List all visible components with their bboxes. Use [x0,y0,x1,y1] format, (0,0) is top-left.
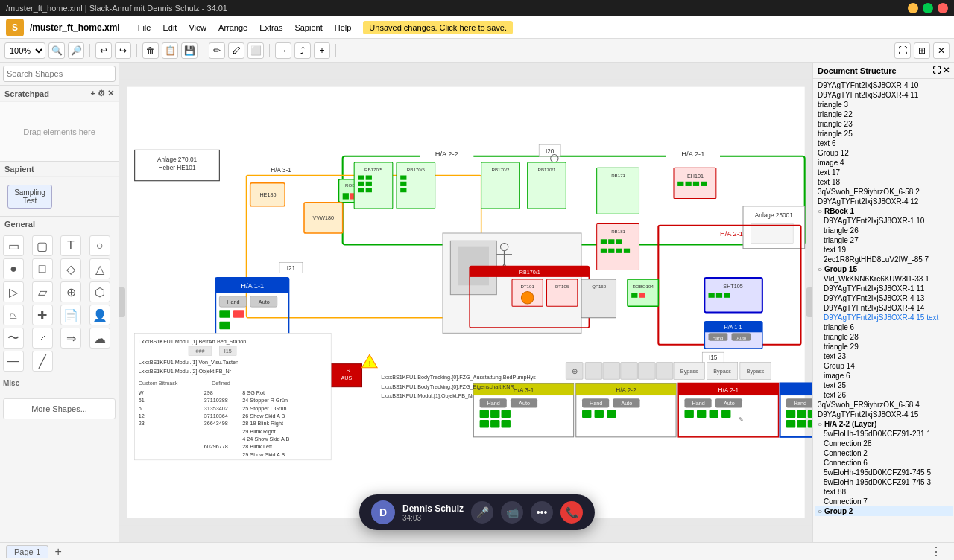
ds-item[interactable]: Group 12 [815,148,953,158]
copy-btn[interactable]: 📋 [162,42,178,59]
shape-parallelogram[interactable]: ▱ [32,281,53,302]
panel-close-icon[interactable]: ✕ [943,66,950,75]
fullscreen-btn[interactable]: ⛶ [894,42,911,59]
shape-ellipse[interactable]: ○ [89,235,110,256]
ds-item[interactable]: text 23 [815,351,953,361]
ds-group-2[interactable]: ○Group 2 [815,506,953,516]
menu-extras[interactable]: Extras [253,20,288,35]
shape-line-h[interactable]: — [3,351,24,372]
ds-item[interactable]: D9YAgTYFnt2IxjSJ8OXR-4 11 [815,90,953,100]
zoom-select[interactable]: 100% 75% 150% [4,42,45,59]
ds-item[interactable]: triangle 6 [815,322,953,332]
shape-curved-line[interactable]: 〜 [3,328,24,349]
panel-expand-icon[interactable]: ⛶ [932,66,941,75]
ds-group-15[interactable]: ○Group 15 [815,264,953,274]
ds-item[interactable]: 5wEloHh-195dD0KCFZ91-745 3 [815,477,953,487]
menu-file[interactable]: File [132,20,157,35]
ds-item[interactable]: D9YAgTYFnt2IxjSJ8OXR-4 15 text [815,313,953,322]
arrow-btn[interactable]: → [275,42,291,59]
menu-view[interactable]: View [183,20,212,35]
shape-circle[interactable]: ● [3,258,24,279]
video-btn[interactable]: 📹 [501,501,523,524]
shape-diamond[interactable]: ◇ [60,258,81,279]
maximize-btn[interactable] [923,3,933,13]
shape-hexagon[interactable]: ⬡ [89,281,110,302]
ds-item[interactable]: image 4 [815,158,953,168]
ds-item[interactable]: D9YAgTYFnt2IxjSJ8OXR-1 11 [815,284,953,293]
shape-page[interactable]: 📄 [60,305,81,325]
minimize-btn[interactable] [908,3,918,13]
menu-sapient[interactable]: Sapient [288,20,328,35]
ds-item[interactable]: triangle 28 [815,332,953,342]
ds-item[interactable]: text 18 [815,177,953,187]
page-tab[interactable]: Page-1 [6,545,48,558]
ds-item[interactable]: D9YAgTYFnt2IxjSJ8OXR-4 14 [815,303,953,313]
scratchpad-add-icon[interactable]: + [91,89,95,98]
shape-cloud[interactable]: ☁ [89,328,110,349]
ds-item[interactable]: triangle 3 [815,100,953,109]
zoom-out-btn[interactable]: 🔎 [68,42,84,59]
ds-group-rbock1[interactable]: ○RBock 1 [815,206,953,216]
ds-item[interactable]: Group 14 [815,361,953,371]
save-btn[interactable]: 💾 [181,42,198,59]
ds-item[interactable]: text 19 [815,245,953,255]
shape-cross[interactable]: ✚ [32,305,53,325]
ds-item[interactable]: text 88 [815,487,953,497]
shape-rect[interactable]: ▭ [3,235,24,256]
shape-round-rect[interactable]: ▢ [32,235,53,256]
ds-item[interactable]: D9YAgTYFnt2IxjSJ8OXR-4 15 [815,410,953,419]
redo-btn[interactable]: ↪ [115,42,131,59]
add-btn[interactable]: + [314,42,330,59]
ds-item[interactable]: triangle 27 [815,235,953,245]
scratchpad-close-icon[interactable]: ✕ [107,89,114,98]
ds-item[interactable]: triangle 22 [815,109,953,119]
shape-line-d[interactable]: ╱ [32,351,53,372]
add-page-btn[interactable]: + [51,545,64,559]
window-controls[interactable] [908,3,948,13]
rect-btn[interactable]: ⬜ [247,42,264,59]
ds-group-ha22[interactable]: ○H/A 2-2 (Layer) [815,419,953,429]
ds-item[interactable]: D9YAgTYFnt2IxjSJ8OXR-4 10 [815,80,953,90]
connector-btn[interactable]: ⤴ [294,42,311,59]
sapient-widget[interactable]: SamplingTest [7,185,52,209]
shape-arrow-right[interactable]: ▷ [3,281,24,302]
ds-item[interactable]: D9YAgTYFnt2IxjSJ8OXR-1 10 [815,216,953,226]
shape-triangle[interactable]: △ [89,258,110,279]
ds-item[interactable]: Connection 6 [815,458,953,468]
pencil-btn[interactable]: ✏ [209,42,225,59]
menu-help[interactable]: Help [329,20,358,35]
shape-zigzag[interactable]: ⟋ [32,328,53,349]
close-btn[interactable] [938,3,948,13]
ds-item[interactable]: Connection 28 [815,439,953,448]
ds-item[interactable]: D9YAgTYFnt2IxjSJ8OXR-4 13 [815,293,953,303]
ds-item[interactable]: Connection 2 [815,448,953,458]
scratchpad-settings-icon[interactable]: ⚙ [98,89,105,98]
ds-item[interactable]: triangle 25 [815,129,953,139]
canvas-area[interactable]: H/A 2-2 H/A 2-1 I20 Anlage 270.01 Heber … [119,63,812,542]
menu-arrange[interactable]: Arrange [212,20,253,35]
shape-trapezoid[interactable]: ⏢ [3,305,24,325]
shape-cylinder[interactable]: ⊕ [60,281,81,302]
more-shapes-btn[interactable]: More Shapes... [3,398,116,419]
shape-person[interactable]: 👤 [89,305,110,325]
ds-item[interactable]: Vld_WkKNN6Krc6KUW3I1-33 1 [815,274,953,284]
ds-item[interactable]: triangle 29 [815,342,953,351]
ds-item[interactable]: triangle 23 [815,119,953,129]
general-section[interactable]: General [0,217,119,232]
ds-item[interactable]: 2ec1R8RgtHHD8LuV2IW_-85 7 [815,255,953,264]
delete-btn[interactable]: 🗑 [142,42,159,59]
end-call-btn[interactable]: 📞 [560,501,583,524]
scratchpad-section[interactable]: Scratchpad + ⚙ ✕ [0,86,119,102]
pen-btn[interactable]: 🖊 [228,42,244,59]
ds-item[interactable]: text 17 [815,168,953,177]
ds-item[interactable]: text 25 [815,381,953,390]
ds-item[interactable]: triangle 26 [815,226,953,235]
shape-square[interactable]: □ [32,258,53,279]
ds-item[interactable]: 5wEloHh-195dD0KCFZ91-231 1 [815,429,953,439]
ds-item[interactable]: text 6 [815,139,953,148]
mute-btn[interactable]: 🎤 [471,501,493,524]
shape-text[interactable]: T [60,235,81,256]
right-collapse-handle[interactable] [806,287,812,317]
more-btn[interactable]: ••• [531,501,553,524]
ds-item[interactable]: 5wEloHh-195dD0KCFZ91-745 5 [815,468,953,477]
